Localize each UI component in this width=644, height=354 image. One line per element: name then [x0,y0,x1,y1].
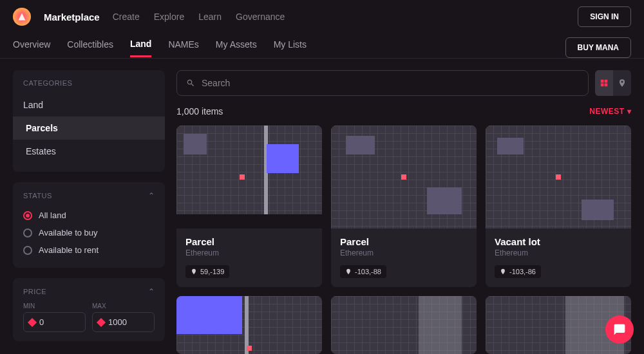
category-parcels[interactable]: Parcels [13,116,165,140]
parcel-card[interactable]: Parcel Ethereum -103,-88 [331,126,477,287]
status-title-label: STATUS [23,192,52,200]
parcel-map-thumb [331,296,477,354]
price-max-value: 1000 [108,317,127,327]
map-pin-icon [556,174,561,180]
categories-title: CATEGORIES [13,79,165,93]
price-panel: PRICE ⌃ MIN 0 MAX 1000 [13,278,165,341]
map-pin-icon [247,346,252,351]
parcel-card[interactable] [176,296,322,354]
buy-mana-button[interactable]: BUY MANA [565,37,631,58]
parcel-map-thumb [176,296,322,354]
map-pin-icon [240,174,245,180]
nav-explore[interactable]: Explore [154,12,184,22]
parcel-map-thumb [176,126,322,228]
radio-icon [23,211,32,220]
parcel-card[interactable] [331,296,477,354]
status-label: All land [39,210,66,220]
top-nav: Create Explore Learn Governance [113,12,285,22]
category-land[interactable]: Land [13,93,165,116]
parcel-map-thumb [331,126,477,228]
price-title: PRICE ⌃ [13,287,165,303]
parcel-map-thumb [486,126,631,228]
nav-learn[interactable]: Learn [198,12,222,22]
signin-button[interactable]: SIGN IN [578,6,631,27]
chevron-up-icon[interactable]: ⌃ [148,287,155,296]
location-icon [618,79,627,88]
results-count: 1,000 items [176,106,223,116]
grid-view-button[interactable] [595,70,613,96]
categories-panel: CATEGORIES Land Parcels Estates [13,70,165,172]
logo[interactable] [13,8,31,26]
card-chain: Ethereum [185,248,313,257]
location-icon [191,268,197,275]
chevron-up-icon[interactable]: ⌃ [148,191,155,200]
price-min-input[interactable]: 0 [23,312,86,332]
status-title: STATUS ⌃ [13,191,165,207]
coord-badge: -103,-86 [495,265,541,278]
coord-badge: -103,-88 [340,265,386,278]
map-pin-icon [401,174,406,180]
search-placeholder: Search [202,78,230,88]
card-chain: Ethereum [495,248,622,257]
tab-mylists[interactable]: My Lists [274,39,307,56]
parcel-card[interactable]: Parcel Ethereum 59,-139 [176,126,322,287]
chat-icon [613,323,626,336]
nav-create[interactable]: Create [113,12,140,22]
status-label: Available to buy [39,228,98,238]
brand: Marketplace [44,12,100,23]
coord-value: -103,-86 [509,268,536,275]
chevron-down-icon: ▾ [627,107,632,116]
map-view-button[interactable] [613,70,631,96]
tab-land[interactable]: Land [130,39,151,57]
sort-dropdown[interactable]: NEWEST ▾ [589,107,631,116]
radio-icon [23,228,32,238]
mana-icon [97,317,106,326]
card-title: Vacant lot [495,236,622,247]
coord-value: -103,-88 [355,268,381,275]
tab-collectibles[interactable]: Collectibles [67,39,113,56]
status-all-land[interactable]: All land [13,207,165,224]
coord-value: 59,-139 [200,268,224,275]
radio-icon [23,246,32,255]
card-title: Parcel [185,236,313,247]
search-icon [186,79,195,88]
grid-icon [600,79,609,88]
location-icon [345,268,352,275]
price-max-input[interactable]: 1000 [92,312,155,332]
status-available-buy[interactable]: Available to buy [13,224,165,241]
price-max-label: MAX [92,303,155,310]
search-input[interactable]: Search [176,70,589,96]
chat-button[interactable] [605,315,634,344]
tab-overview[interactable]: Overview [13,39,50,56]
coord-badge: 59,-139 [185,265,229,278]
parcel-card[interactable]: Vacant lot Ethereum -103,-86 [486,126,631,287]
card-title: Parcel [340,236,468,247]
price-min-label: MIN [23,303,86,310]
sort-label: NEWEST [589,107,624,116]
status-panel: STATUS ⌃ All land Available to buy Avail… [13,182,165,268]
tab-myassets[interactable]: My Assets [216,39,257,56]
status-label: Available to rent [39,245,99,255]
price-title-label: PRICE [23,288,46,295]
mana-icon [28,317,37,326]
price-min-value: 0 [39,317,44,327]
tab-names[interactable]: NAMEs [168,39,198,56]
location-icon [500,268,506,275]
category-estates[interactable]: Estates [13,140,165,163]
status-available-rent[interactable]: Available to rent [13,241,165,259]
card-chain: Ethereum [340,248,468,257]
nav-governance[interactable]: Governance [236,12,285,22]
